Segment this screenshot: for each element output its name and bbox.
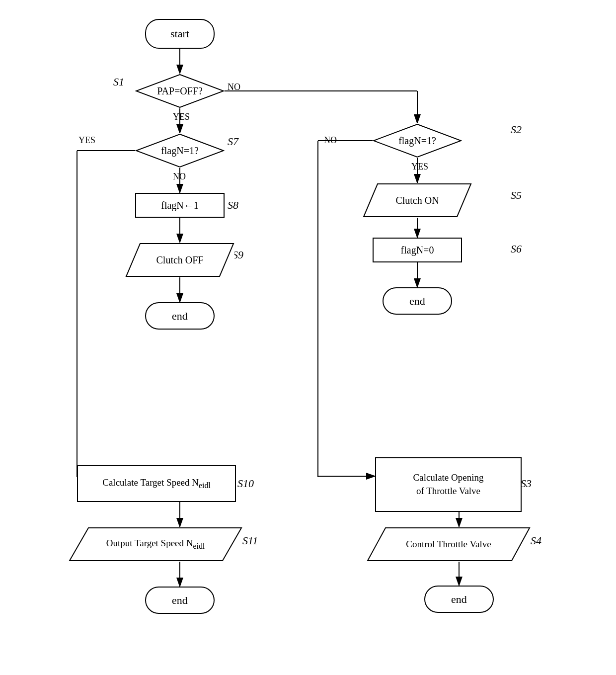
s1-diamond-text: PAP=OFF? — [157, 85, 203, 97]
s9-para: Clutch OFF — [125, 243, 234, 277]
end4-label: end — [451, 593, 467, 606]
flowchart-container: start S1 PAP=OFF? NO YES S7 flagN=1? — [0, 0, 616, 675]
arrows-svg — [0, 0, 616, 675]
s11-para: Output Target Speed Neidl — [69, 527, 242, 562]
s1-diamond: PAP=OFF? — [135, 74, 225, 108]
s7-no-label: NO — [173, 171, 186, 182]
s1-no-label: NO — [228, 82, 240, 92]
s8-label: S8 — [228, 199, 238, 212]
s2-label: S2 — [511, 123, 522, 136]
s6-text: flagN=0 — [401, 245, 434, 256]
s11-label: S11 — [242, 534, 258, 547]
s10-rect: Calculate Target Speed Neidl — [77, 465, 236, 502]
s7-diamond: flagN=1? — [135, 133, 225, 168]
end1-label: end — [172, 310, 188, 323]
s3-rect: Calculate Openingof Throttle Valve — [375, 457, 522, 512]
s1-yes-label: YES — [173, 112, 190, 122]
s7-label: S7 — [228, 135, 238, 148]
end3-label: end — [172, 594, 188, 607]
s5-label: S5 — [511, 189, 522, 202]
end1-node: end — [145, 302, 215, 330]
s6-rect: flagN=0 — [373, 238, 462, 262]
s2-yes-label: YES — [411, 162, 428, 172]
s4-label: S4 — [531, 534, 541, 547]
s5-text: Clutch ON — [395, 195, 439, 206]
s9-text: Clutch OFF — [156, 254, 203, 266]
s10-label: S10 — [237, 477, 254, 490]
s8-rect: flagN←1 — [135, 193, 225, 218]
s2-diamond-text: flagN=1? — [398, 135, 436, 147]
s7-yes-label: YES — [78, 135, 95, 146]
s5-para: Clutch ON — [363, 183, 472, 218]
s6-label: S6 — [511, 243, 522, 255]
s4-text: Control Throttle Valve — [406, 539, 491, 550]
start-node: start — [145, 19, 215, 49]
s7-diamond-text: flagN=1? — [161, 145, 199, 157]
s11-text: Output Target Speed Neidl — [106, 538, 205, 551]
s3-text: Calculate Openingof Throttle Valve — [413, 471, 484, 498]
start-label: start — [170, 27, 189, 40]
end2-node: end — [383, 287, 452, 315]
s8-text: flagN←1 — [161, 200, 199, 211]
s2-diamond: flagN=1? — [373, 123, 462, 158]
s2-no-label: NO — [324, 135, 337, 146]
s10-text: Calculate Target Speed Neidl — [102, 477, 210, 490]
s1-label: S1 — [113, 76, 124, 88]
end2-label: end — [409, 295, 425, 308]
end3-node: end — [145, 587, 215, 614]
end4-node: end — [424, 586, 494, 613]
s3-label: S3 — [521, 477, 532, 490]
s4-para: Control Throttle Valve — [367, 527, 531, 562]
